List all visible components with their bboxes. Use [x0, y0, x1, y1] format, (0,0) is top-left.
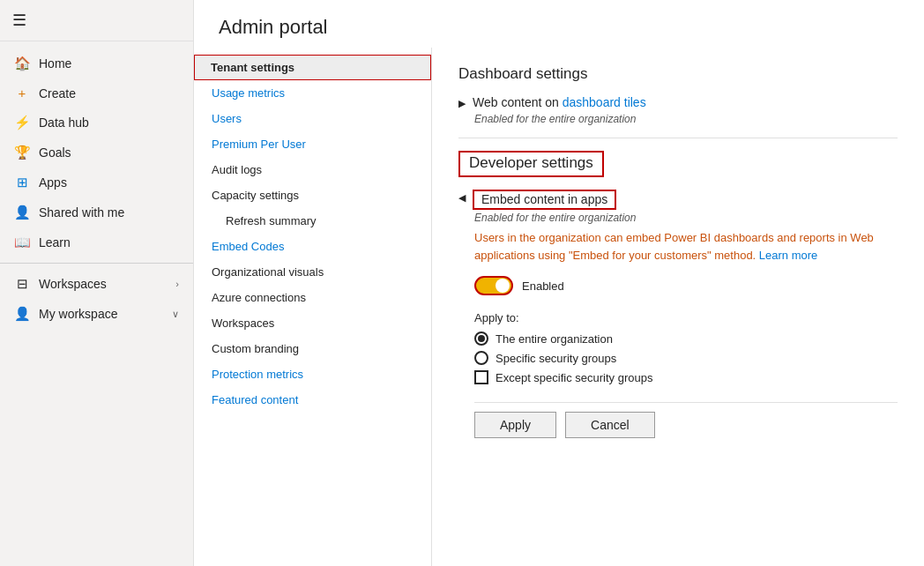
- nav-protection-metrics[interactable]: Protection metrics: [194, 361, 431, 387]
- embed-content-row: ◀ Embed content in apps: [458, 190, 898, 210]
- shared-icon: 👤: [14, 205, 30, 220]
- radio-entire-org[interactable]: [474, 331, 488, 346]
- nav-audit-logs[interactable]: Audit logs: [194, 157, 431, 182]
- except-checkbox-label: Except specific security groups: [496, 371, 652, 384]
- sidebar-item-shared-with-me[interactable]: 👤 Shared with me: [0, 197, 193, 227]
- nav-premium-per-user[interactable]: Premium Per User: [194, 131, 431, 157]
- sidebar-item-goals-label: Goals: [39, 145, 179, 160]
- create-icon: +: [14, 86, 30, 101]
- sidebar-item-workspaces[interactable]: ⊟ Workspaces ›: [0, 269, 193, 299]
- goals-icon: 🏆: [14, 145, 30, 160]
- apps-icon: ⊞: [14, 175, 30, 190]
- web-content-row: ▶ Web content on dashboard tiles: [458, 95, 898, 109]
- sidebar-item-home[interactable]: 🏠 Home: [0, 48, 193, 78]
- web-content-arrow-icon: ▶: [458, 98, 466, 109]
- embed-title-box: Embed content in apps: [473, 190, 616, 210]
- learn-icon: 📖: [14, 235, 30, 250]
- toggle-label: Enabled: [522, 279, 564, 293]
- sidebar-nav: 🏠 Home + Create ⚡ Data hub 🏆 Goals ⊞ App…: [0, 41, 193, 336]
- nav-azure-connections[interactable]: Azure connections: [194, 285, 431, 310]
- developer-settings-box: Developer settings: [458, 151, 604, 177]
- main-content: Admin portal Tenant settings Usage metri…: [194, 0, 924, 566]
- web-content-title: Web content on dashboard tiles: [473, 95, 646, 109]
- embed-arrow-icon: ◀: [458, 192, 466, 204]
- nav-refresh-summary[interactable]: Refresh summary: [194, 208, 431, 234]
- toggle-knob: [496, 279, 510, 293]
- toggle-row: Enabled: [474, 276, 898, 295]
- embed-desc-text-2: applications using "Embed for your custo…: [474, 249, 756, 262]
- sidebar-item-my-workspace-label: My workspace: [39, 307, 163, 321]
- cancel-button[interactable]: Cancel: [565, 412, 655, 438]
- sidebar-item-home-label: Home: [39, 56, 179, 71]
- nav-embed-codes[interactable]: Embed Codes: [194, 234, 431, 259]
- sidebar-item-my-workspace[interactable]: 👤 My workspace ∨: [0, 299, 193, 329]
- sidebar: ☰ 🏠 Home + Create ⚡ Data hub 🏆 Goals ⊞ A…: [0, 0, 194, 566]
- radio-entire-org-row: The entire organization: [474, 331, 898, 346]
- learn-more-link[interactable]: Learn more: [759, 249, 817, 262]
- nav-workspaces[interactable]: Workspaces: [194, 310, 431, 336]
- nav-usage-metrics[interactable]: Usage metrics: [194, 80, 431, 106]
- embed-desc-text-1: Users in the organization can embed Powe…: [474, 231, 874, 244]
- nav-users[interactable]: Users: [194, 106, 431, 131]
- action-buttons: Apply Cancel: [474, 402, 898, 438]
- sidebar-item-learn-label: Learn: [39, 235, 179, 249]
- developer-settings-title: Developer settings: [469, 154, 593, 172]
- secondary-nav: Tenant settings Usage metrics Users Prem…: [194, 48, 432, 566]
- nav-custom-branding[interactable]: Custom branding: [194, 336, 431, 361]
- embed-description: Users in the organization can embed Powe…: [474, 229, 898, 264]
- web-content-label: Web content on: [473, 95, 559, 109]
- radio-specific-groups-label: Specific security groups: [496, 352, 616, 365]
- nav-featured-content[interactable]: Featured content: [194, 387, 431, 413]
- detail-panel: Dashboard settings ▶ Web content on dash…: [432, 48, 924, 566]
- developer-settings-section: Developer settings ◀ Embed content in ap…: [458, 151, 898, 438]
- apply-button[interactable]: Apply: [474, 412, 556, 438]
- dashboard-tiles-link[interactable]: dashboard tiles: [563, 95, 646, 109]
- home-icon: 🏠: [14, 56, 30, 71]
- sidebar-item-create-label: Create: [39, 86, 179, 101]
- sidebar-item-apps[interactable]: ⊞ Apps: [0, 168, 193, 197]
- workspaces-icon: ⊟: [14, 276, 30, 292]
- web-content-status: Enabled for the entire organization: [474, 113, 898, 125]
- dashboard-settings-title: Dashboard settings: [458, 65, 898, 83]
- dashboard-settings-section: Dashboard settings ▶ Web content on dash…: [458, 65, 898, 125]
- sidebar-item-data-hub-label: Data hub: [39, 115, 179, 130]
- content-area: Tenant settings Usage metrics Users Prem…: [194, 48, 924, 566]
- embed-content-status: Enabled for the entire organization: [474, 212, 898, 224]
- sidebar-item-workspaces-label: Workspaces: [39, 277, 167, 291]
- page-title: Admin portal: [194, 0, 924, 48]
- radio-specific-groups[interactable]: [474, 351, 488, 365]
- nav-org-visuals[interactable]: Organizational visuals: [194, 259, 431, 285]
- sidebar-item-data-hub[interactable]: ⚡ Data hub: [0, 108, 193, 138]
- sidebar-item-goals[interactable]: 🏆 Goals: [0, 138, 193, 168]
- nav-tenant-settings[interactable]: Tenant settings: [194, 55, 431, 80]
- web-content-info: Web content on dashboard tiles: [473, 95, 646, 109]
- sidebar-item-learn[interactable]: 📖 Learn: [0, 227, 193, 257]
- apply-to-label: Apply to:: [474, 311, 898, 324]
- data-hub-icon: ⚡: [14, 115, 30, 130]
- checkbox-except-row: Except specific security groups: [474, 370, 898, 384]
- radio-entire-org-label: The entire organization: [496, 332, 613, 346]
- my-workspace-icon: 👤: [14, 306, 30, 322]
- hamburger-icon[interactable]: ☰: [12, 11, 26, 29]
- nav-capacity-settings[interactable]: Capacity settings: [194, 182, 431, 208]
- radio-specific-groups-row: Specific security groups: [474, 351, 898, 365]
- sidebar-item-apps-label: Apps: [39, 175, 179, 190]
- sidebar-item-shared-label: Shared with me: [39, 205, 179, 220]
- except-checkbox[interactable]: [474, 370, 488, 384]
- workspaces-expand-icon: ›: [175, 279, 179, 289]
- section-divider-1: [458, 138, 898, 138]
- enabled-toggle[interactable]: [474, 276, 513, 295]
- sidebar-header: ☰: [0, 0, 193, 41]
- my-workspace-expand-icon: ∨: [172, 309, 179, 320]
- sidebar-item-create[interactable]: + Create: [0, 78, 193, 108]
- embed-content-title: Embed content in apps: [481, 192, 607, 206]
- sidebar-divider: [0, 263, 193, 264]
